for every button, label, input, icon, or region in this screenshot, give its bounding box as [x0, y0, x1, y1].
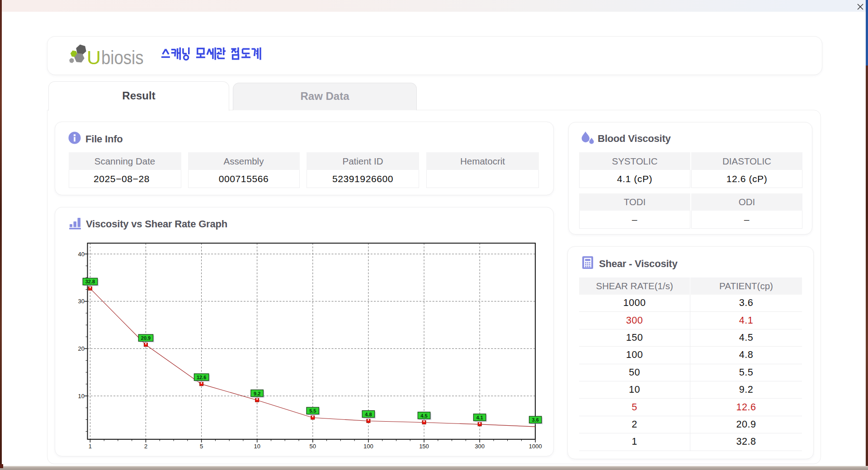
svg-text:10: 10 — [78, 393, 85, 400]
svg-text:9.2: 9.2 — [254, 391, 260, 396]
svg-text:3.6: 3.6 — [532, 417, 539, 423]
svg-text:5: 5 — [200, 443, 203, 450]
svg-text:40: 40 — [78, 251, 85, 258]
svg-text:12.6: 12.6 — [197, 375, 206, 380]
svg-text:100: 100 — [363, 443, 373, 450]
svg-text:4.5: 4.5 — [420, 413, 427, 418]
svg-text:2: 2 — [144, 443, 147, 450]
svg-text:30: 30 — [78, 298, 85, 305]
svg-text:1: 1 — [89, 443, 92, 450]
svg-text:4.1: 4.1 — [476, 415, 483, 420]
svg-text:5.5: 5.5 — [309, 408, 316, 414]
svg-text:150: 150 — [419, 443, 429, 450]
svg-text:300: 300 — [475, 443, 485, 450]
svg-text:20: 20 — [78, 345, 85, 352]
svg-text:1000: 1000 — [529, 443, 542, 450]
svg-text:U: U — [87, 47, 101, 68]
svg-text:32.8: 32.8 — [85, 279, 95, 284]
svg-text:50: 50 — [310, 443, 316, 450]
svg-text:biosis: biosis — [101, 47, 143, 68]
svg-text:4.8: 4.8 — [365, 412, 372, 417]
svg-text:10: 10 — [254, 443, 260, 450]
svg-text:20.9: 20.9 — [141, 335, 151, 341]
